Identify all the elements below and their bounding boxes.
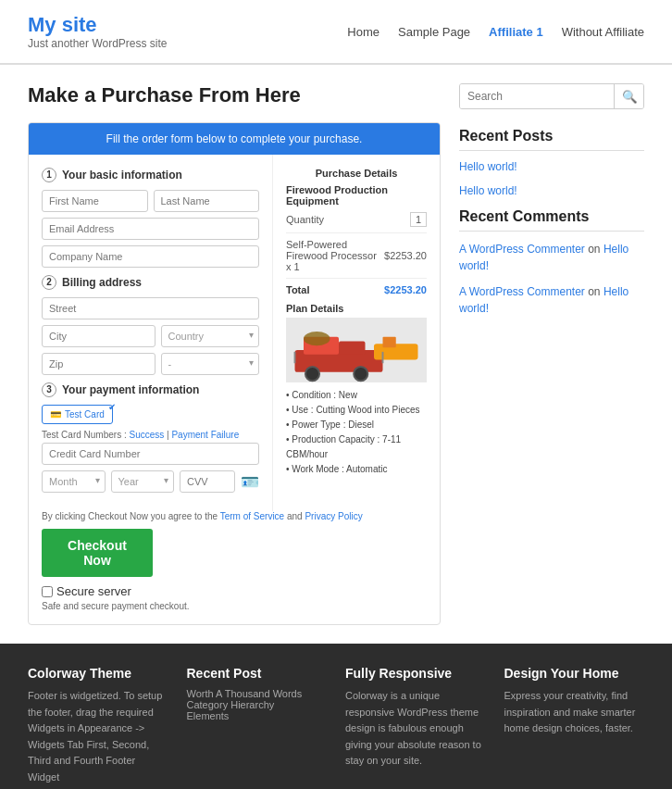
section1-label: 1 Your basic information (42, 168, 259, 182)
section2-num: 2 (42, 275, 56, 290)
country-select[interactable]: Country (161, 325, 260, 347)
email-row (42, 218, 259, 240)
zip-select-wrap[interactable]: - (161, 353, 260, 375)
form-column: 1 Your basic information (29, 155, 273, 511)
sidebar: 🔍 Recent Posts Hello world! Hello world!… (459, 83, 644, 625)
footer-dark: Colorway Theme Footer is widgetized. To … (0, 644, 672, 789)
check-icon: ✔ (108, 402, 116, 412)
terms-link[interactable]: Term of Service (220, 511, 284, 521)
zip-row: - (42, 353, 259, 375)
post-link-1[interactable]: Hello world! (459, 160, 644, 173)
plan-feature-item: Production Capacity : 7-11 CBM/hour (286, 432, 427, 462)
year-select-wrap[interactable]: Year (111, 470, 175, 493)
name-row (42, 190, 259, 212)
total-price: $2253.20 (384, 284, 427, 295)
search-box: 🔍 (459, 83, 644, 109)
city-country-row: Country (42, 325, 259, 347)
recent-posts-title: Recent Posts (459, 128, 644, 151)
failure-link[interactable]: Payment Failure (171, 430, 239, 440)
cvv-icon: 🪪 (241, 470, 259, 493)
footer-col-3: Design Your Home Express your creativity… (504, 666, 645, 786)
test-card-row: 💳 Test Card ✔ (42, 405, 259, 424)
terms-text: By clicking Checkout Now you agree to th… (42, 511, 427, 521)
nav-without-affiliate[interactable]: Without Affiliate (562, 25, 644, 39)
comment-author-2[interactable]: A WordPress Commenter (459, 285, 585, 298)
plan-feature-item: Work Mode : Automatic (286, 462, 427, 477)
company-input[interactable] (42, 245, 259, 268)
site-branding: My site Just another WordPress site (28, 13, 168, 50)
section3-label: 3 Your payment information (42, 382, 259, 397)
svg-point-4 (354, 367, 367, 381)
machine-svg (286, 318, 427, 382)
test-card-button[interactable]: 💳 Test Card ✔ (42, 405, 113, 424)
footer-col-0: Colorway Theme Footer is widgetized. To … (28, 666, 168, 786)
checkout-button[interactable]: Checkout Now (42, 529, 153, 577)
test-card-info: Test Card Numbers : Success | Payment Fa… (42, 430, 259, 440)
site-header: My site Just another WordPress site Home… (0, 0, 672, 64)
country-select-wrap[interactable]: Country (161, 325, 260, 347)
section1-num: 1 (42, 168, 56, 182)
lastname-input[interactable] (154, 190, 260, 212)
privacy-link[interactable]: Privacy Policy (305, 511, 362, 521)
section3-num: 3 (42, 382, 56, 397)
product-price-row: Self-Powered Firewood Processor x 1 $225… (286, 239, 427, 272)
city-input[interactable] (42, 325, 156, 347)
nav-sample-page[interactable]: Sample Page (398, 25, 470, 39)
success-link[interactable]: Success (129, 430, 164, 440)
zip-input[interactable] (42, 353, 156, 375)
checkout-box: Fill the order form below to complete yo… (28, 122, 441, 625)
safe-text: Safe and secure payment checkout. (42, 601, 427, 611)
footer-col-text-2: Colorway is a unique responsive WordPres… (345, 688, 486, 770)
zip-select[interactable]: - (161, 353, 260, 375)
company-row (42, 245, 259, 268)
secure-label: Secure server (56, 584, 131, 598)
section2-label: 2 Billing address (42, 275, 259, 290)
secure-server-row: Secure server (42, 584, 427, 598)
search-input[interactable] (460, 84, 614, 108)
checkout-header: Fill the order form below to complete yo… (29, 123, 440, 155)
search-button[interactable]: 🔍 (614, 84, 644, 108)
card-icon: 💳 (50, 409, 61, 420)
checkout-body: 1 Your basic information (29, 155, 440, 511)
footer-col-2: Fully Responsive Colorway is a unique re… (345, 666, 486, 786)
recent-comments-title: Recent Comments (459, 208, 644, 232)
total-row: Total $2253.20 (286, 284, 427, 295)
cvv-input[interactable] (180, 470, 235, 493)
email-input[interactable] (42, 218, 259, 240)
plan-feature-item: Condition : New (286, 388, 427, 403)
details-column: Purchase Details Firewood Production Equ… (273, 155, 440, 511)
credit-card-input[interactable] (42, 443, 259, 465)
site-tagline: Just another WordPress site (28, 37, 168, 50)
footer-post-link-0[interactable]: Worth A Thousand Words (187, 688, 328, 699)
firstname-input[interactable] (42, 190, 148, 212)
page-title: Make a Purchase From Here (28, 83, 441, 107)
footer-col-title-0: Colorway Theme (28, 666, 168, 681)
footer-post-link-1[interactable]: Category Hierarchy (187, 699, 328, 710)
month-select[interactable]: Month (42, 470, 106, 493)
month-select-wrap[interactable]: Month (42, 470, 106, 493)
secure-checkbox[interactable] (42, 586, 53, 597)
comment-2: A WordPress Commenter on Hello world! (459, 283, 644, 317)
expiry-row: Month Year 🪪 (42, 470, 259, 493)
post-link-2[interactable]: Hello world! (459, 184, 644, 197)
footer-post-link-2[interactable]: Elements (187, 710, 328, 721)
plan-features-list: Condition : NewUse : Cutting Wood into P… (286, 388, 427, 477)
nav-affiliate1[interactable]: Affiliate 1 (489, 25, 543, 39)
checkout-form-footer: By clicking Checkout Now you agree to th… (29, 511, 440, 624)
street-row (42, 297, 259, 319)
quantity-row: Quantity 1 (286, 212, 427, 227)
svg-point-3 (305, 367, 319, 381)
footer-col-title-2: Fully Responsive (345, 666, 486, 681)
year-select[interactable]: Year (111, 470, 175, 493)
product-name: Firewood Production Equipment (286, 184, 427, 207)
nav-home[interactable]: Home (347, 25, 380, 39)
comment-author-1[interactable]: A WordPress Commenter (459, 243, 585, 256)
main-nav: Home Sample Page Affiliate 1 Without Aff… (347, 25, 644, 39)
svg-rect-6 (383, 337, 396, 347)
street-input[interactable] (42, 297, 259, 319)
credit-card-row (42, 443, 259, 465)
site-title: My site (28, 13, 168, 37)
comment-1: A WordPress Commenter on Hello world! (459, 241, 644, 274)
plan-feature-item: Use : Cutting Wood into Pieces (286, 403, 427, 418)
content-area: Make a Purchase From Here Fill the order… (28, 83, 441, 625)
